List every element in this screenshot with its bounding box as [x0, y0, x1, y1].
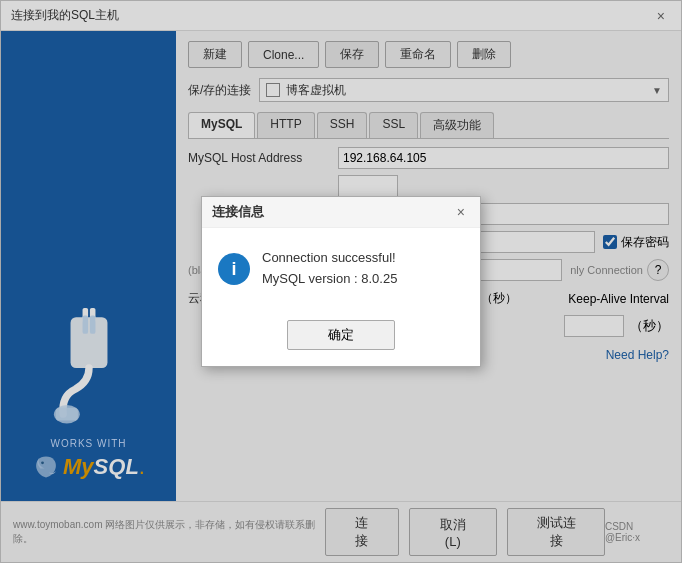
- main-window: 连接到我的SQL主机 × WORKS WITH: [0, 0, 682, 563]
- modal-message: Connection successful! MySQL version : 8…: [262, 248, 397, 290]
- connection-info-modal: 连接信息 × i Connection successful! MySQL ve…: [201, 196, 481, 367]
- message-line1: Connection successful!: [262, 248, 397, 269]
- modal-overlay: 连接信息 × i Connection successful! MySQL ve…: [1, 1, 681, 562]
- message-line2: MySQL version : 8.0.25: [262, 269, 397, 290]
- info-icon: i: [218, 253, 250, 285]
- modal-ok-button[interactable]: 确定: [287, 320, 395, 350]
- modal-title: 连接信息: [212, 203, 264, 221]
- modal-close-button[interactable]: ×: [452, 204, 470, 220]
- modal-body: i Connection successful! MySQL version :…: [202, 228, 480, 310]
- modal-footer: 确定: [202, 310, 480, 366]
- modal-title-bar: 连接信息 ×: [202, 197, 480, 228]
